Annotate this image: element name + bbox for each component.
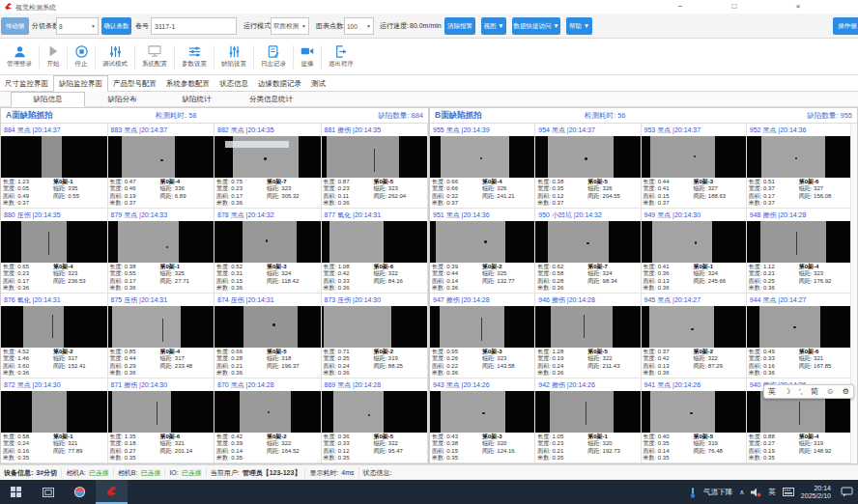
defect-image[interactable] <box>214 306 321 348</box>
toolbar-button-camera[interactable]: 提像 <box>294 41 321 73</box>
defect-image[interactable] <box>535 306 640 348</box>
defect-image[interactable] <box>322 306 428 348</box>
clear-alarm-button[interactable]: 清除报警 <box>444 17 475 35</box>
keyboard-icon[interactable] <box>783 488 794 496</box>
notification-icon[interactable] <box>841 487 853 497</box>
toolbar-button-stop[interactable]: 停止 <box>68 41 95 73</box>
defect-card[interactable]: 874 压伤 |20:14:31 长度: 0.66 宽度: 0.28 面积: 0… <box>214 294 322 378</box>
defect-image[interactable] <box>108 391 214 433</box>
ime-lang-toggle[interactable]: 英 <box>768 386 776 397</box>
tab-5[interactable]: 状态信息 <box>214 75 253 92</box>
defect-image[interactable] <box>430 221 534 263</box>
defect-image[interactable] <box>322 136 428 178</box>
defect-card[interactable]: 946 擦伤 |20:14:28 长度: 1.28 宽度: 0.19 面积: 0… <box>535 294 641 378</box>
subtab-2[interactable]: 缺陷分布 <box>85 92 159 107</box>
defect-card[interactable]: 942 擦伤 |20:14:26 长度: 1.05 宽度: 0.23 面积: 0… <box>535 378 641 463</box>
toolbar-button-params-sliders[interactable]: 参数设置 <box>175 41 214 73</box>
ime-emoji-icon[interactable]: ☺ <box>826 387 834 396</box>
defect-image[interactable] <box>642 391 746 433</box>
defect-card[interactable]: 871 擦伤 |20:14:30 长度: 1.35 宽度: 0.18 面积: 0… <box>108 378 215 463</box>
tab-6[interactable]: 边缘数据记录 <box>253 75 306 92</box>
tab-7[interactable]: 测试 <box>306 75 330 92</box>
defect-card[interactable]: 878 黑点 |20:14:32 长度: 0.52 宽度: 0.31 面积: 0… <box>214 209 322 294</box>
defect-card[interactable]: 882 黑点 |20:14:35 长度: 0.75 宽度: 0.23 面积: 0… <box>214 124 322 209</box>
help-button[interactable]: 帮助 ▼ <box>566 17 592 35</box>
defect-image[interactable] <box>430 391 534 433</box>
toolbar-button-monitor[interactable]: 系统配置 <box>135 41 174 73</box>
operator-side-button[interactable]: 操作侧 <box>833 17 858 35</box>
defect-image[interactable] <box>214 136 321 178</box>
defect-card[interactable]: 883 黑点 |20:14:37 长度: 0.47 宽度: 0.46 面积: 0… <box>108 124 215 209</box>
task-view-button[interactable] <box>32 480 64 504</box>
defect-image[interactable] <box>535 391 640 433</box>
defect-image[interactable] <box>214 391 321 433</box>
volume-icon[interactable] <box>751 488 761 497</box>
tab-2[interactable]: 缺陷监控界面 <box>53 75 108 92</box>
defect-image[interactable] <box>108 136 214 178</box>
defect-card[interactable]: 953 黑点 |20:14:37 长度: 0.44 宽度: 0.41 面积: 0… <box>642 124 747 209</box>
defect-card[interactable]: 950 小凹坑 |20:14:32 长度: 0.62 宽度: 0.58 面积: … <box>535 209 641 294</box>
defect-image[interactable] <box>1 221 107 263</box>
taskbar-lang-indicator[interactable]: 英 <box>768 488 776 497</box>
defect-card[interactable]: 941 黑点 |20:14:26 长度: 0.40 宽度: 0.35 面积: 0… <box>642 378 747 463</box>
confirm-strips-button[interactable]: 确认条数 <box>101 17 131 35</box>
active-app-icon[interactable] <box>96 480 128 504</box>
subtab-3[interactable]: 缺陷统计 <box>159 92 234 107</box>
defect-card[interactable]: 875 压伤 |20:14:31 长度: 0.85 宽度: 0.44 面积: 0… <box>108 294 215 378</box>
defect-card[interactable]: 873 压伤 |20:14:30 长度: 0.71 宽度: 0.35 面积: 0… <box>322 294 429 378</box>
defect-card[interactable]: 947 擦伤 |20:14:28 长度: 0.95 宽度: 0.26 面积: 0… <box>430 294 535 378</box>
defect-image[interactable] <box>642 306 746 348</box>
roll-number-input[interactable]: 3117-1 <box>151 17 237 35</box>
defect-card[interactable]: 884 黑点 |20:14:37 长度: 1.23 宽度: 0.05 面积: 0… <box>1 124 108 209</box>
defect-card[interactable]: 955 黑点 |20:14:39 长度: 0.66 宽度: 0.66 面积: 0… <box>430 124 535 209</box>
defect-image[interactable] <box>747 306 851 348</box>
toolbar-button-debug-sliders[interactable]: 调试模式 <box>96 41 134 73</box>
defect-image[interactable] <box>214 221 321 263</box>
defect-card[interactable]: 944 黑点 |20:14:27 长度: 0.49 宽度: 0.33 面积: 0… <box>747 294 852 378</box>
ime-moon-icon[interactable]: ☽ <box>784 387 790 396</box>
defect-image[interactable] <box>430 306 534 348</box>
subtab-4[interactable]: 分类信息统计 <box>234 92 308 107</box>
defect-image[interactable] <box>747 221 851 263</box>
defect-card[interactable]: 954 黑点 |20:14:37 长度: 0.38 宽度: 0.35 面积: 0… <box>535 124 641 209</box>
defect-card[interactable]: 949 黑点 |20:14:30 长度: 0.41 宽度: 0.36 面积: 0… <box>642 209 747 294</box>
toolbar-button-play[interactable]: 开始 <box>40 41 67 73</box>
defect-image[interactable] <box>642 136 746 178</box>
defect-image[interactable] <box>535 136 640 178</box>
defect-card[interactable]: 870 黑点 |20:14:28 长度: 0.42 宽度: 0.39 面积: 0… <box>214 378 322 463</box>
quick-access-button[interactable]: 数据快捷访问 ▼ <box>512 17 560 35</box>
defect-image[interactable] <box>322 391 428 433</box>
defect-card[interactable]: 879 黑点 |20:14:33 长度: 0.38 宽度: 0.55 面积: 0… <box>108 209 215 294</box>
strips-count-select[interactable]: 8▼ <box>56 17 99 35</box>
ime-settings-icon[interactable]: ⚙ <box>843 387 849 396</box>
taskbar-clock[interactable]: 20:14 2025/2/10 <box>801 485 831 500</box>
toolbar-button-log[interactable]: 日志记录 <box>254 41 293 73</box>
defect-image[interactable] <box>1 136 107 178</box>
toolbar-button-user[interactable]: 管理登录 <box>0 41 39 73</box>
defect-image[interactable] <box>108 306 214 348</box>
defect-image[interactable] <box>322 221 428 263</box>
defect-card[interactable]: 872 黑点 |20:14:30 长度: 0.58 宽度: 0.24 面积: 0… <box>1 378 108 463</box>
defect-image[interactable] <box>535 221 640 263</box>
defect-card[interactable]: 877 氧化 |20:14:31 长度: 1.08 宽度: 0.42 面积: 0… <box>322 209 429 294</box>
defect-image[interactable] <box>1 391 107 433</box>
defect-image[interactable] <box>642 221 746 263</box>
ime-language-bar[interactable]: 英 ☽ ’, 简 ☺ ⚙ <box>763 384 854 399</box>
ime-punct-icon[interactable]: ’, <box>799 387 803 396</box>
defect-card[interactable]: 943 黑点 |20:14:26 长度: 0.43 宽度: 0.38 面积: 0… <box>430 378 535 463</box>
maximize-button[interactable]: □ <box>728 0 741 13</box>
tab-1[interactable]: 尺寸监控界面 <box>0 75 53 92</box>
weather-text[interactable]: 气温下降 <box>703 488 732 497</box>
toolbar-button-defect-sliders[interactable]: 缺陷设置 <box>214 41 253 73</box>
defect-image[interactable] <box>1 306 107 348</box>
defect-card[interactable]: 951 黑点 |20:14:36 长度: 0.39 宽度: 0.44 面积: 0… <box>430 209 535 294</box>
defect-card[interactable]: 869 黑点 |20:14:28 长度: 0.36 宽度: 0.33 面积: 0… <box>322 378 429 463</box>
toolbar-button-exit[interactable]: 退出程序 <box>322 41 360 73</box>
drive-side-button[interactable]: 传动侧 <box>1 17 29 35</box>
tab-4[interactable]: 系统参数配置 <box>161 75 214 92</box>
close-button[interactable]: × <box>791 0 805 13</box>
defect-card[interactable]: 948 擦伤 |20:14:28 长度: 1.12 宽度: 0.21 面积: 0… <box>747 209 852 294</box>
subtab-1[interactable]: 缺陷信息 <box>11 92 85 107</box>
view-button[interactable]: 视图 ▼ <box>481 17 506 35</box>
pinned-app-icon[interactable] <box>64 480 96 504</box>
